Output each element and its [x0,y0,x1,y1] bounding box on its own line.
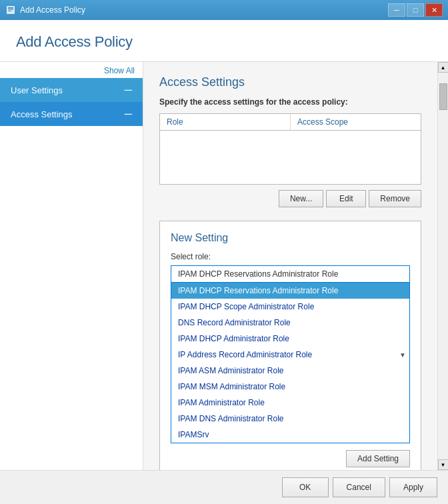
selected-role-text: IPAM DHCP Reservations Administrator Rol… [178,269,338,279]
table-actions: New... Edit Remove [159,190,421,207]
dropdown-item[interactable]: IPAM MSM Administrator Role [171,379,409,395]
sidebar: Show All User Settings ─ Access Settings… [0,62,143,470]
cancel-button[interactable]: Cancel [333,477,385,497]
title-controls: ─ □ ✕ [388,3,443,17]
sidebar-item-user-settings-label: User Settings [11,85,63,95]
svg-rect-1 [8,7,13,9]
dropdown-item[interactable]: IPAMSrv [171,427,409,443]
dropdown-item[interactable]: DNS Record Administrator Role [171,315,409,331]
scrollbar-thumb[interactable] [439,83,447,110]
section-title: Access Settings [159,75,421,89]
description-bold: the [279,97,291,107]
apply-button[interactable]: Apply [389,477,437,497]
dropdown-item[interactable]: IP Address Record Administrator Role [171,347,409,363]
description-text2: access policy: [291,97,347,107]
add-setting-row: Add Setting [171,450,410,467]
main-content: Access Settings Specify the access setti… [143,62,437,470]
dialog-body: Add Access Policy Show All User Settings… [0,20,448,504]
close-button[interactable]: ✕ [425,3,443,17]
title-bar-label: Add Access Policy [20,5,85,15]
add-setting-button[interactable]: Add Setting [346,450,410,467]
new-setting-section: New Setting Select role: IPAM DHCP Reser… [159,221,421,470]
app-icon [5,5,16,15]
dropdown-item[interactable]: IPAM DHCP Scope Administrator Role [171,299,409,315]
ok-button[interactable]: OK [282,477,329,497]
sidebar-item-user-settings-toggle: ─ [125,85,132,95]
role-dropdown-selected[interactable]: IPAM DHCP Reservations Administrator Rol… [171,265,410,283]
scroll-up-arrow[interactable]: ▲ [438,62,449,73]
dropdown-item[interactable]: IPAM ASM Administrator Role [171,363,409,379]
description: Specify the access settings for the acce… [159,97,421,107]
select-role-label: Select role: [171,252,410,261]
description-text: Specify the access settings for [159,97,279,107]
new-setting-title: New Setting [171,232,410,244]
dropdown-item[interactable]: IPAM DNS Administrator Role [171,411,409,427]
title-bar: Add Access Policy ─ □ ✕ [0,0,448,20]
access-table: Role Access Scope [159,113,421,185]
role-dropdown-container: IPAM DHCP Reservations Administrator Rol… [171,265,410,443]
sidebar-item-access-settings[interactable]: Access Settings ─ [0,102,143,126]
dialog-content: Show All User Settings ─ Access Settings… [0,62,448,470]
role-dropdown-list: IPAM DHCP Reservations Administrator Rol… [171,283,410,443]
sidebar-item-user-settings[interactable]: User Settings ─ [0,78,143,102]
title-bar-left: Add Access Policy [5,5,85,15]
col-role: Role [160,114,291,130]
scrollbar-track: ▲ ▼ [437,62,448,470]
table-header: Role Access Scope [160,114,421,131]
remove-button[interactable]: Remove [369,190,421,207]
scroll-down-arrow[interactable]: ▼ [438,459,449,470]
dropdown-arrow-icon: ▼ [399,351,406,358]
svg-rect-3 [8,11,11,11]
col-access-scope: Access Scope [291,114,421,130]
svg-rect-2 [8,9,13,10]
edit-button[interactable]: Edit [326,190,366,207]
new-button[interactable]: New... [279,190,323,207]
show-all-link[interactable]: Show All [0,62,143,78]
dropdown-item[interactable]: IPAM Administrator Role [171,395,409,411]
dropdown-item[interactable]: IPAM DHCP Reservations Administrator Rol… [171,283,409,299]
dropdown-item[interactable]: IPAM DHCP Administrator Role [171,331,409,347]
sidebar-item-access-settings-label: Access Settings [11,109,73,119]
sidebar-item-access-settings-toggle: ─ [125,109,132,119]
dialog-header: Add Access Policy [0,20,448,62]
dialog-title: Add Access Policy [16,33,432,51]
dialog-footer: OK Cancel Apply [0,470,448,504]
table-body [160,131,421,184]
minimize-button[interactable]: ─ [388,3,405,17]
maximize-button[interactable]: □ [407,3,424,17]
